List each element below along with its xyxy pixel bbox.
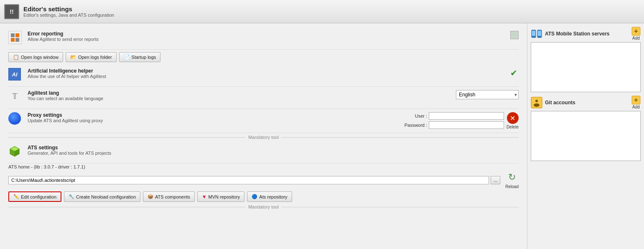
open-logs-window-button[interactable]: 📋 Open logs window (8, 52, 63, 62)
agilitest-lang-section: 𝕋 Agilitest lang You can select an avail… (8, 87, 519, 109)
ats-mobile-add-icon: + (631, 27, 641, 36)
svg-text:+: + (634, 96, 638, 103)
startup-logs-button[interactable]: 📄 Startup logs (119, 52, 161, 62)
proxy-info: Proxy settings Update ATS and Agilitest … (28, 112, 402, 123)
components-icon: 📦 (148, 194, 153, 199)
header-text: Editor's settings Editor's settings, Jav… (23, 5, 114, 18)
proxy-globe-icon (8, 112, 21, 125)
ats-reload-button[interactable]: ↻ Reload (505, 171, 519, 189)
svg-point-13 (535, 100, 538, 102)
ats-settings-desc: Generator, API and tools for ATS project… (28, 151, 519, 156)
proxy-user-row: User : (402, 112, 504, 120)
ats-settings-title: ATS settings (28, 145, 519, 151)
app-icon: !! (4, 4, 19, 19)
ats-repository-button[interactable]: 🔵 Ats repository (247, 191, 292, 202)
proxy-controls: User : Password : ✕ Delete (402, 112, 519, 129)
proxy-desc: Update ATS and Agilitest using proxy (28, 118, 402, 123)
svg-rect-5 (532, 31, 535, 36)
proxy-settings-section: Proxy settings Update ATS and Agilitest … (8, 109, 519, 133)
proxy-delete-button[interactable]: ✕ Delete (507, 112, 519, 129)
mobile-station-icon (531, 28, 542, 40)
open-logs-window-icon: 📋 (13, 54, 19, 60)
proxy-form: User : Password : (402, 112, 504, 129)
delete-icon: ✕ (507, 112, 519, 124)
ai-helper-info: Artificial Intelligence helper Allow the… (28, 68, 504, 79)
error-reporting-checkbox[interactable] (510, 31, 519, 39)
svg-point-14 (534, 103, 540, 107)
ats-repo-icon: 🔵 (252, 194, 257, 199)
lang-select-wrapper[interactable]: English French German Spanish ▼ (456, 90, 519, 99)
mandatory-tool-divider-1: Mandatory tool (8, 135, 519, 140)
lang-title: Agilitest lang (28, 90, 452, 96)
edit-configuration-button[interactable]: ✏️ Edit configuration (8, 191, 61, 202)
main-layout: Error reporting Allow Agilitest to send … (0, 23, 644, 249)
open-logs-folder-button[interactable]: 📂 Open logs folder (66, 52, 117, 62)
ats-mobile-list (531, 42, 641, 92)
svg-rect-8 (538, 31, 541, 36)
git-accounts-list (531, 111, 641, 161)
proxy-password-input[interactable] (429, 121, 504, 129)
git-accounts-title: Git accounts (545, 100, 629, 106)
ats-path-input[interactable] (8, 176, 489, 184)
header: !! Editor's settings Editor's settings, … (0, 0, 644, 23)
page-title: Editor's settings (23, 5, 114, 13)
ai-helper-control[interactable]: ✔ (509, 68, 519, 78)
lang-icon-wrapper: 𝕋 (8, 90, 23, 105)
reload-label: Reload (505, 184, 519, 189)
error-reporting-desc: Allow Agilitest to send error reports (28, 37, 506, 42)
svg-text:+: + (634, 28, 638, 35)
page-subtitle: Editor's settings, Java and ATS configur… (23, 13, 114, 18)
neoload-icon: 🔧 (69, 194, 74, 199)
ats-mobile-header: ATS Mobile Station servers + Add (531, 27, 641, 40)
language-select[interactable]: English French German Spanish (456, 90, 519, 99)
ats-icon-wrapper (8, 145, 23, 160)
proxy-password-label: Password : (402, 123, 427, 128)
ats-info: ATS settings Generator, API and tools fo… (28, 145, 519, 156)
proxy-title: Proxy settings (28, 112, 402, 118)
ats-browse-button[interactable]: ... (491, 176, 500, 184)
git-icon (531, 97, 542, 108)
ats-settings-section: ATS settings Generator, API and tools fo… (8, 141, 519, 163)
startup-logs-icon: 📄 (124, 54, 130, 60)
mvn-repository-button[interactable]: ▼ MVN repository (197, 191, 245, 202)
content-area: Error reporting Allow Agilitest to send … (0, 23, 527, 249)
error-reporting-title: Error reporting (28, 31, 506, 37)
proxy-password-row: Password : (402, 121, 504, 129)
error-reporting-section: Error reporting Allow Agilitest to send … (8, 28, 519, 50)
ats-mobile-section: ATS Mobile Station servers + Add (531, 27, 641, 92)
reload-icon: ↻ (506, 171, 518, 184)
proxy-user-input[interactable] (429, 112, 504, 120)
ats-mobile-add-button[interactable]: + Add (631, 27, 641, 40)
git-accounts-section: Git accounts + Add (531, 96, 641, 161)
svg-rect-9 (538, 36, 541, 37)
git-accounts-header: Git accounts + Add (531, 96, 641, 109)
error-reporting-control[interactable] (510, 31, 519, 39)
ai-helper-checkbox[interactable]: ✔ (509, 68, 519, 78)
edit-config-icon: ✏️ (13, 194, 19, 199)
right-sidebar: ATS Mobile Station servers + Add (527, 23, 644, 249)
lang-icon: 𝕋 (8, 90, 21, 103)
ats-home-label: ATS home - (lib : 3.0.7 - driver : 1.7.1… (8, 164, 519, 169)
svg-rect-6 (532, 36, 535, 37)
git-add-icon: + (631, 96, 641, 105)
ai-helper-section: AI Artificial Intelligence helper Allow … (8, 65, 519, 87)
ai-icon: AI (8, 68, 21, 80)
lang-info: Agilitest lang You can select an availab… (28, 90, 452, 101)
ats-path-row: ... ↻ Reload (8, 171, 519, 189)
delete-label: Delete (507, 125, 519, 129)
log-buttons-row: 📋 Open logs window 📂 Open logs folder 📄 … (8, 52, 519, 62)
ats-cube-icon (8, 145, 21, 157)
mvn-icon: ▼ (202, 194, 207, 200)
lang-control[interactable]: English French German Spanish ▼ (456, 90, 519, 99)
proxy-icon-wrapper (8, 112, 23, 127)
error-reporting-icon (8, 31, 23, 46)
ats-components-button[interactable]: 📦 ATS components (143, 191, 195, 202)
error-reporting-info: Error reporting Allow Agilitest to send … (28, 31, 506, 42)
ai-helper-icon-wrapper: AI (8, 68, 23, 83)
open-logs-folder-icon: 📂 (70, 54, 76, 60)
proxy-user-label: User : (402, 113, 427, 118)
ai-helper-title: Artificial Intelligence helper (28, 68, 504, 74)
ats-buttons-row: ✏️ Edit configuration 🔧 Create Neoload c… (8, 191, 519, 202)
git-accounts-add-button[interactable]: + Add (631, 96, 641, 109)
create-neoload-button[interactable]: 🔧 Create Neoload configuration (64, 191, 140, 202)
